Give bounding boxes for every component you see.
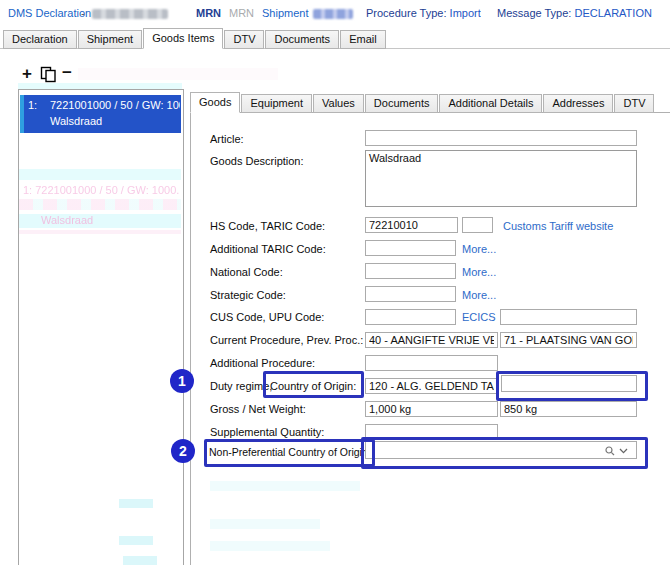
tab-email[interactable]: Email (340, 30, 386, 49)
current-procedure-input[interactable] (365, 332, 498, 348)
ghost-artifact: Walsdraad (19, 214, 181, 228)
minus-icon: − (62, 63, 72, 82)
tab-dtv[interactable]: DTV (224, 30, 264, 49)
additional-procedure-input[interactable] (365, 355, 498, 371)
callout-badge-1: 1 (170, 369, 194, 393)
country-of-origin-label: Country of Origin: (270, 380, 356, 392)
previous-procedure-input[interactable] (500, 332, 637, 348)
redacted-declaration-id (92, 9, 168, 19)
procedure-type-value: Import (450, 7, 481, 19)
additional-procedure-label: Additional Procedure: (210, 357, 315, 369)
net-weight-input[interactable] (500, 401, 637, 417)
ghost-artifact (210, 481, 360, 491)
upu-code-input[interactable] (500, 309, 637, 325)
message-type-label: Message Type: (497, 7, 571, 19)
app-title-link[interactable]: DMS Declaration (8, 7, 91, 19)
non-preferential-origin-combobox[interactable] (365, 441, 637, 459)
dms-declaration-window: DMS Declaration - MRN MRN Shipment Proce… (0, 0, 670, 565)
national-code-more-link[interactable]: More... (462, 266, 496, 278)
item-summary: 7221001000 / 50 / GW: 1000.00000 (50, 99, 180, 111)
ghost-item-description: Walsdraad (41, 214, 93, 226)
ghost-item-summary: 1: 7221001000 / 50 / GW: 1000.0000 (23, 184, 179, 196)
duty-regime-label: Duty regime, (210, 380, 272, 392)
cus-upu-label: CUS Code, UPU Code: (210, 311, 324, 323)
detail-panel-border (190, 112, 191, 565)
non-preferential-origin-label: Non-Preferential Country of Origin (209, 446, 368, 458)
duty-regime-input[interactable] (365, 378, 498, 394)
cus-code-input[interactable] (365, 309, 456, 325)
callout-badge-2: 2 (171, 439, 195, 463)
item-description: Walsdraad (50, 115, 102, 127)
tab-declaration[interactable]: Declaration (3, 30, 77, 49)
shipment-link[interactable]: Shipment (262, 7, 308, 19)
hs-taric-label: HS Code, TARIC Code: (210, 220, 325, 232)
gross-net-weight-label: Gross / Net Weight: (210, 403, 306, 415)
ghost-artifact (123, 556, 157, 565)
redacted-shipment-id (313, 9, 353, 19)
tab-detail-documents[interactable]: Documents (365, 94, 439, 113)
additional-taric-label: Additional TARIC Code: (210, 243, 326, 255)
chevron-down-icon[interactable] (619, 448, 628, 454)
callout-number: 1 (178, 373, 186, 389)
copy-icon (40, 66, 57, 83)
strategic-code-more-link[interactable]: More... (462, 289, 496, 301)
strategic-code-input[interactable] (365, 286, 456, 302)
search-icon[interactable] (605, 446, 615, 456)
gross-weight-input[interactable] (365, 401, 498, 417)
callout-number: 2 (179, 443, 187, 459)
tab-equipment[interactable]: Equipment (241, 94, 312, 113)
current-procedure-label: Current Procedure, Prev. Proc.: (210, 334, 363, 346)
goods-description-label: Goods Description: (210, 155, 304, 167)
tab-addresses[interactable]: Addresses (543, 94, 613, 113)
ghost-artifact (78, 68, 278, 80)
selection-strip (20, 95, 24, 133)
procedure-type-label: Procedure Type: (366, 7, 447, 19)
goods-description-textarea[interactable]: Walsdraad (365, 150, 637, 207)
procedure-type: Procedure Type: Import (366, 7, 481, 19)
plus-icon: + (22, 64, 32, 83)
ghost-artifact (119, 499, 153, 508)
hs-code-input[interactable] (365, 217, 458, 233)
tab-goods-items[interactable]: Goods Items (143, 28, 223, 49)
goods-items-list: 1: 7221001000 / 50 / GW: 1000.00000 Wals… (18, 89, 184, 565)
article-label: Article: (210, 133, 244, 145)
combo-icons (605, 446, 628, 456)
additional-taric-more-link[interactable]: More... (462, 243, 496, 255)
goods-list-item-selected[interactable]: 1: 7221001000 / 50 / GW: 1000.00000 Wals… (20, 95, 181, 133)
ghost-artifact (19, 199, 181, 210)
message-type-value: DECLARATION (574, 7, 651, 19)
ghost-artifact (19, 230, 181, 234)
remove-item-button[interactable]: − (62, 65, 72, 81)
ghost-artifact (19, 169, 181, 180)
national-code-input[interactable] (365, 263, 456, 279)
tab-additional-details[interactable]: Additional Details (439, 94, 542, 113)
message-type: Message Type: DECLARATION (497, 7, 652, 19)
strategic-code-label: Strategic Code: (210, 289, 286, 301)
national-code-label: National Code: (210, 266, 283, 278)
tab-shipment[interactable]: Shipment (78, 30, 142, 49)
detail-tab-bar: Goods Equipment Values Documents Additio… (190, 92, 655, 113)
tab-goods[interactable]: Goods (190, 92, 240, 113)
tab-values[interactable]: Values (313, 94, 364, 113)
country-of-origin-input[interactable] (501, 375, 637, 392)
additional-taric-input[interactable] (365, 240, 456, 256)
add-item-button[interactable]: + (22, 66, 32, 82)
ecics-link[interactable]: ECICS (462, 311, 496, 323)
ghost-artifact (210, 519, 320, 529)
item-index: 1: (28, 99, 37, 111)
title-separator: - (81, 7, 85, 19)
ghost-artifact (119, 536, 153, 545)
mrn-placeholder: MRN (229, 7, 254, 19)
ghost-artifact (210, 541, 330, 551)
customs-tariff-website-link[interactable]: Customs Tariff website (503, 220, 613, 232)
article-input[interactable] (365, 130, 637, 146)
main-tab-bar: Declaration Shipment Goods Items DTV Doc… (3, 28, 387, 49)
mrn-label: MRN (196, 7, 221, 19)
tab-documents[interactable]: Documents (265, 30, 339, 49)
supplemental-quantity-label: Supplemental Quantity: (210, 426, 324, 438)
tab-detail-dtv[interactable]: DTV (614, 94, 654, 113)
taric-code-input[interactable] (462, 217, 493, 233)
supplemental-quantity-input[interactable] (365, 424, 498, 440)
